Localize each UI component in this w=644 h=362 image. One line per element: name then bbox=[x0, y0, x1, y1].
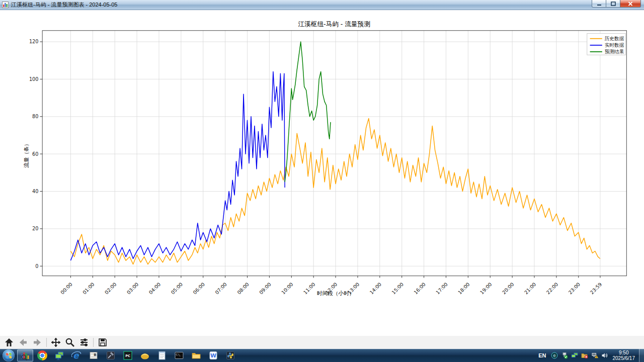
pan-icon[interactable] bbox=[49, 336, 63, 348]
show-desktop-button[interactable] bbox=[639, 349, 644, 362]
x-tick-label: 07:00 bbox=[214, 282, 228, 296]
svg-text:W: W bbox=[210, 352, 216, 359]
legend-label-2: 预测结果 bbox=[605, 49, 624, 54]
taskbar-app-internet-explorer-icon[interactable]: e bbox=[68, 349, 85, 361]
clock-time: 9:50 bbox=[613, 350, 635, 356]
plot-frame bbox=[42, 31, 626, 276]
toolbar-separator bbox=[93, 338, 94, 347]
taskbar-app-reader-app-icon[interactable]: B bbox=[86, 349, 102, 361]
y-tick-label: 100 bbox=[29, 76, 38, 82]
x-tick-label: 23:00 bbox=[568, 282, 582, 296]
x-tick-label: 06:00 bbox=[192, 282, 206, 296]
svg-text:PC: PC bbox=[125, 354, 130, 358]
taskbar-app-navicat-icon[interactable] bbox=[137, 349, 153, 361]
x-tick-label: 00:00 bbox=[59, 282, 73, 296]
x-tick-label: 03:00 bbox=[126, 282, 140, 296]
x-tick-label: 09:00 bbox=[258, 282, 272, 296]
taskbar-app-python-console-icon[interactable] bbox=[222, 349, 238, 361]
titlebar: 江溪枢纽-马屿 - 流量预测图表 - 2024-05-05 bbox=[0, 0, 644, 10]
tray-sync-error-icon[interactable] bbox=[581, 351, 589, 359]
taskbar-app-build-tool-icon[interactable] bbox=[103, 349, 119, 361]
taskbar-app-cmd-icon[interactable]: C:\_ bbox=[171, 349, 187, 361]
x-tick-label: 23:59 bbox=[589, 282, 603, 296]
y-tick-label: 40 bbox=[32, 189, 38, 194]
x-tick-label: 14:00 bbox=[369, 282, 383, 296]
x-tick-label: 16:00 bbox=[413, 282, 427, 296]
x-tick-label: 10:00 bbox=[280, 282, 294, 296]
x-tick-label: 21:00 bbox=[523, 282, 537, 296]
taskbar-app-notepad-icon[interactable] bbox=[154, 349, 170, 361]
taskbar-app-remote-desktop-icon[interactable] bbox=[51, 349, 67, 361]
x-tick-label: 11:00 bbox=[302, 282, 316, 296]
tray-icons: e! bbox=[549, 351, 610, 359]
x-tick-label: 18:00 bbox=[457, 282, 471, 296]
window-controls bbox=[592, 0, 641, 8]
close-button[interactable] bbox=[620, 0, 641, 8]
x-tick-label: 15:00 bbox=[390, 282, 405, 296]
tray-network-computers-icon[interactable] bbox=[571, 351, 579, 359]
language-indicator[interactable]: EN bbox=[535, 352, 549, 358]
toolbar-separator bbox=[46, 338, 47, 347]
series-line-2 bbox=[285, 42, 331, 182]
y-tick-label: 0 bbox=[35, 263, 38, 269]
forward-icon[interactable] bbox=[30, 336, 44, 348]
maximize-button[interactable] bbox=[606, 0, 620, 8]
taskbar-app-pycharm-icon[interactable]: PC bbox=[120, 349, 136, 361]
taskbar-app-file-explorer-icon[interactable] bbox=[188, 349, 204, 361]
svg-text:!: ! bbox=[596, 355, 597, 358]
configure-subplots-icon[interactable] bbox=[77, 336, 91, 348]
window-title: 江溪枢纽-马屿 - 流量预测图表 - 2024-05-05 bbox=[11, 1, 117, 9]
start-button[interactable] bbox=[3, 349, 15, 361]
windows-logo-icon bbox=[6, 352, 12, 358]
x-tick-label: 02:00 bbox=[104, 282, 118, 296]
system-tray: EN e! 9:50 2025/6/17 bbox=[535, 349, 644, 362]
x-tick-label: 05:00 bbox=[170, 282, 184, 296]
x-tick-label: 01:00 bbox=[82, 282, 96, 296]
y-axis-label: 流量（条） bbox=[23, 141, 30, 167]
y-tick-label: 80 bbox=[32, 114, 38, 119]
home-icon[interactable] bbox=[2, 336, 16, 348]
clock-date: 2025/6/17 bbox=[613, 355, 635, 361]
taskbar: eBPCC:\_W EN e! 9:50 2025/6/17 bbox=[0, 349, 644, 362]
x-tick-label: 20:00 bbox=[501, 282, 515, 296]
legend-label-0: 历史数据 bbox=[605, 36, 624, 41]
svg-text:C:\_: C:\_ bbox=[176, 353, 181, 356]
back-icon[interactable] bbox=[16, 336, 30, 348]
tray-usb-device-icon[interactable] bbox=[560, 351, 569, 359]
zoom-icon[interactable] bbox=[63, 336, 77, 348]
y-tick-label: 120 bbox=[29, 39, 38, 44]
taskbar-app-figure-window-icon[interactable] bbox=[17, 349, 33, 361]
x-axis-label: 时间段（小时） bbox=[317, 290, 355, 297]
matplotlib-toolbar bbox=[0, 336, 644, 349]
svg-text:B: B bbox=[94, 353, 96, 357]
chart-title: 江溪枢纽-马屿 - 流量预测 bbox=[298, 20, 370, 28]
tray-antivirus-icon[interactable]: e bbox=[550, 351, 558, 359]
flow-prediction-chart: 00:0001:0002:0003:0004:0005:0006:0007:00… bbox=[0, 10, 644, 336]
save-icon[interactable] bbox=[96, 336, 110, 348]
tray-volume-icon[interactable] bbox=[601, 351, 609, 359]
taskbar-app-wps-writer-icon[interactable]: W bbox=[205, 349, 221, 361]
x-tick-label: 22:00 bbox=[545, 282, 559, 296]
taskbar-app-chrome-icon[interactable] bbox=[34, 349, 50, 361]
tray-network-warning-icon[interactable]: ! bbox=[591, 351, 599, 359]
x-tick-label: 19:00 bbox=[479, 282, 493, 296]
x-tick-label: 17:00 bbox=[435, 282, 449, 296]
y-tick-label: 20 bbox=[32, 226, 38, 231]
x-tick-label: 08:00 bbox=[236, 282, 250, 296]
minimize-button[interactable] bbox=[592, 0, 606, 8]
taskbar-clock[interactable]: 9:50 2025/6/17 bbox=[610, 350, 639, 361]
series-line-1 bbox=[70, 72, 285, 261]
chart-canvas[interactable]: 00:0001:0002:0003:0004:0005:0006:0007:00… bbox=[0, 10, 644, 336]
legend-label-1: 实时数据 bbox=[605, 42, 624, 48]
window-app-icon bbox=[2, 2, 9, 8]
taskbar-apps: eBPCC:\_W bbox=[17, 349, 239, 362]
x-tick-label: 04:00 bbox=[148, 282, 162, 296]
svg-text:e: e bbox=[553, 353, 555, 358]
y-tick-label: 60 bbox=[32, 151, 38, 157]
figure-window: 江溪枢纽-马屿 - 流量预测图表 - 2024-05-05 00:0001:00… bbox=[0, 0, 644, 362]
